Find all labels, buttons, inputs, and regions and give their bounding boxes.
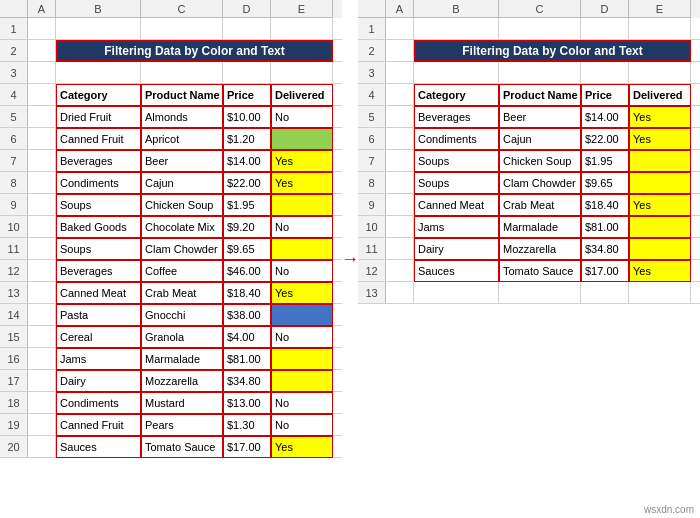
- cell-7c: Beer: [141, 150, 223, 172]
- rcell-13c: [499, 282, 581, 304]
- rcell-11b: Dairy: [414, 238, 499, 260]
- rcell-12d: $17.00: [581, 260, 629, 282]
- cell-10b: Baked Goods: [56, 216, 141, 238]
- row-num: 10: [358, 216, 386, 237]
- cell-6b: Canned Fruit: [56, 128, 141, 150]
- row-num: 20: [0, 436, 28, 457]
- cell-10a: [28, 216, 56, 238]
- rcell-9c: Crab Meat: [499, 194, 581, 216]
- cell-12d: $46.00: [223, 260, 271, 282]
- right-col-e-header: E: [629, 0, 691, 18]
- cell-6d: $1.20: [223, 128, 271, 150]
- cell-10c: Chocolate Mix: [141, 216, 223, 238]
- left-row-6: 6 Canned Fruit Apricot $1.20: [0, 128, 342, 150]
- left-row-12: 12 Beverages Coffee $46.00 No: [0, 260, 342, 282]
- header-delivered: Delivered: [271, 84, 333, 106]
- cell-2a: [28, 40, 56, 62]
- cell-15a: [28, 326, 56, 348]
- rcell-3c: [499, 62, 581, 84]
- cell-8e: Yes: [271, 172, 333, 194]
- cell-12b: Beverages: [56, 260, 141, 282]
- rcell-7d: $1.95: [581, 150, 629, 172]
- cell-5e: No: [271, 106, 333, 128]
- right-col-c-header: C: [499, 0, 581, 18]
- col-a-header: A: [28, 0, 56, 18]
- left-row-16: 16 Jams Marmalade $81.00: [0, 348, 342, 370]
- cell-12c: Coffee: [141, 260, 223, 282]
- row-num: 13: [358, 282, 386, 303]
- rcell-4a: [386, 84, 414, 106]
- cell-10d: $9.20: [223, 216, 271, 238]
- cell-3d: [223, 62, 271, 84]
- cell-13b: Canned Meat: [56, 282, 141, 304]
- right-col-a-header: A: [386, 0, 414, 18]
- cell-17a: [28, 370, 56, 392]
- right-row-7: 7 Soups Chicken Soup $1.95: [358, 150, 700, 172]
- cell-20d: $17.00: [223, 436, 271, 458]
- cell-3c: [141, 62, 223, 84]
- header-price: Price: [223, 84, 271, 106]
- row-num: 13: [0, 282, 28, 303]
- row-num: 3: [358, 62, 386, 83]
- right-col-headers: A B C D E: [358, 0, 700, 18]
- cell-5a: [28, 106, 56, 128]
- cell-3a: [28, 62, 56, 84]
- rcell-6a: [386, 128, 414, 150]
- rcell-5e: Yes: [629, 106, 691, 128]
- rcell-9a: [386, 194, 414, 216]
- cell-8a: [28, 172, 56, 194]
- left-row-4: 4 Category Product Name Price Delivered: [0, 84, 342, 106]
- right-header-price: Price: [581, 84, 629, 106]
- rcell-3b: [414, 62, 499, 84]
- corner-right: [358, 0, 386, 18]
- cell-16c: Marmalade: [141, 348, 223, 370]
- cell-9a: [28, 194, 56, 216]
- cell-9b: Soups: [56, 194, 141, 216]
- left-row-18: 18 Condiments Mustard $13.00 No: [0, 392, 342, 414]
- cell-11b: Soups: [56, 238, 141, 260]
- col-e-header: E: [271, 0, 333, 18]
- rcell-5a: [386, 106, 414, 128]
- row-num: 12: [358, 260, 386, 281]
- cell-7b: Beverages: [56, 150, 141, 172]
- cell-5d: $10.00: [223, 106, 271, 128]
- right-header-product-name: Product Name: [499, 84, 581, 106]
- cell-15c: Granola: [141, 326, 223, 348]
- cell-12e: No: [271, 260, 333, 282]
- right-row-11: 11 Dairy Mozzarella $34.80: [358, 238, 700, 260]
- cell-9d: $1.95: [223, 194, 271, 216]
- row-num: 14: [0, 304, 28, 325]
- left-row-7: 7 Beverages Beer $14.00 Yes: [0, 150, 342, 172]
- row-num: 2: [0, 40, 28, 61]
- rcell-6b: Condiments: [414, 128, 499, 150]
- cell-17b: Dairy: [56, 370, 141, 392]
- cell-14a: [28, 304, 56, 326]
- right-col-d-header: D: [581, 0, 629, 18]
- rcell-8e: [629, 172, 691, 194]
- row-num: 9: [0, 194, 28, 215]
- rcell-3d: [581, 62, 629, 84]
- right-row-4: 4 Category Product Name Price Delivered: [358, 84, 700, 106]
- header-category: Category: [56, 84, 141, 106]
- row-num: 5: [0, 106, 28, 127]
- right-row-8: 8 Soups Clam Chowder $9.65: [358, 172, 700, 194]
- watermark: wsxdn.com: [644, 504, 694, 515]
- cell-10e: No: [271, 216, 333, 238]
- rcell-7a: [386, 150, 414, 172]
- rcell-8a: [386, 172, 414, 194]
- cell-20e: Yes: [271, 436, 333, 458]
- rcell-7c: Chicken Soup: [499, 150, 581, 172]
- row-num: 1: [358, 18, 386, 39]
- right-row-2: 2 Filtering Data by Color and Text: [358, 40, 700, 62]
- cell-19b: Canned Fruit: [56, 414, 141, 436]
- cell-9e: [271, 194, 333, 216]
- cell-15d: $4.00: [223, 326, 271, 348]
- row-num: 1: [0, 18, 28, 39]
- row-num: 9: [358, 194, 386, 215]
- cell-5b: Dried Fruit: [56, 106, 141, 128]
- col-b-header: B: [56, 0, 141, 18]
- cell-17d: $34.80: [223, 370, 271, 392]
- row-num: 2: [358, 40, 386, 61]
- left-spreadsheet: A B C D E 1 2 Filtering Data by Color an…: [0, 0, 342, 518]
- rcell-11c: Mozzarella: [499, 238, 581, 260]
